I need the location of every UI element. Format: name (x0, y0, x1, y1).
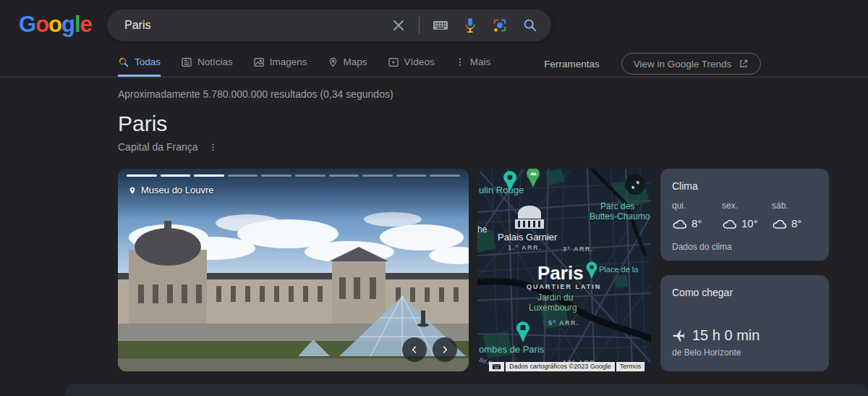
keyboard-button[interactable] (431, 18, 450, 33)
external-link-icon (739, 59, 749, 69)
videos-icon (388, 56, 399, 68)
logo-letter: G (19, 12, 35, 37)
weather-day: sex. 10° (722, 201, 772, 229)
more-options-button[interactable] (208, 142, 218, 153)
images-icon (253, 56, 265, 68)
map-terms-link[interactable]: Termos (616, 362, 645, 371)
svg-text:3º ARR.: 3º ARR. (563, 245, 594, 253)
page-subtitle: Capital da França (118, 141, 198, 153)
svg-text:QUARTIER LATIN: QUARTIER LATIN (527, 283, 601, 290)
tab-label: Maps (344, 56, 367, 67)
keyboard-icon (492, 363, 501, 370)
result-stats: Aproximadamente 5.780.000.000 resultados… (118, 88, 868, 100)
svg-text:Luxembourg: Luxembourg (529, 303, 577, 313)
voice-search-button[interactable] (461, 16, 479, 35)
svg-text:Buttes-Chaumo: Buttes-Chaumo (590, 211, 650, 222)
close-icon (391, 18, 406, 33)
svg-text:5º ARR.: 5º ARR. (548, 319, 579, 327)
photo-caption-link[interactable]: Museu do Louvre (128, 185, 213, 195)
carousel-next-button[interactable] (433, 337, 457, 362)
search-input[interactable] (124, 19, 390, 32)
svg-text:Paris: Paris (537, 262, 584, 284)
svg-text:he: he (477, 224, 488, 235)
flight-icon (672, 329, 686, 342)
carousel-progress (127, 174, 460, 177)
more-vert-icon (455, 56, 465, 68)
logo-letter: e (80, 12, 92, 37)
chevron-right-icon (440, 345, 450, 355)
svg-text:Jardin du: Jardin du (537, 292, 573, 303)
trends-label: View in Google Trends (634, 59, 732, 69)
weather-card: Clima qui. 8° sex. 10° (660, 169, 829, 261)
svg-text:1.º ARR.: 1.º ARR. (508, 244, 542, 251)
tab-mais[interactable]: Mais (455, 51, 491, 77)
directions-duration: 15 h 0 min (692, 327, 760, 344)
paris-map: ulin Rouge Parc des Buttes-Chaumo he Pal… (477, 169, 651, 371)
tab-label: Vídeos (404, 56, 435, 67)
logo-letter: l (75, 12, 80, 37)
search-icon (522, 17, 538, 33)
search-bar[interactable] (107, 9, 551, 41)
tools-button[interactable]: Ferramentas (544, 59, 600, 69)
photo-caption: Museu do Louvre (141, 185, 213, 195)
tab-label: Imagens (270, 56, 307, 67)
maps-icon (328, 56, 339, 68)
google-trends-button[interactable]: View in Google Trends (621, 53, 762, 75)
carousel-prev-button[interactable] (402, 337, 427, 362)
logo-letter: o (35, 12, 48, 37)
directions-card: Como chegar 15 h 0 min de Belo Horizonte (660, 275, 829, 371)
map-expand-button[interactable] (625, 174, 645, 195)
cloud-icon (722, 218, 738, 229)
directions-title: Como chegar (672, 287, 817, 298)
svg-text:ulin Rouge: ulin Rouge (479, 185, 524, 195)
svg-text:Palais Garnier: Palais Garnier (498, 232, 558, 243)
keyboard-icon (433, 20, 448, 31)
chevron-left-icon (409, 345, 420, 355)
next-section-edge (65, 384, 868, 396)
directions-origin: de Belo Horizonte (672, 347, 741, 358)
tab-imagens[interactable]: Imagens (253, 51, 307, 77)
clear-search-button[interactable] (390, 17, 407, 34)
svg-text:ombes de Paris: ombes de Paris (479, 344, 545, 355)
map-attribution: Dados cartográficos ©2023 Google Termos (489, 362, 651, 371)
tab-noticias[interactable]: Notícias (181, 51, 233, 77)
weather-day: sáb. 8° (772, 201, 822, 229)
map-keyboard-shortcuts[interactable] (489, 362, 504, 371)
map-card[interactable]: ulin Rouge Parc des Buttes-Chaumo he Pal… (477, 169, 651, 371)
microphone-icon (463, 17, 477, 33)
expand-icon (631, 180, 640, 190)
weather-day: qui. 8° (672, 201, 722, 229)
tab-label: Notícias (197, 56, 233, 67)
cloud-icon (772, 218, 788, 229)
tab-videos[interactable]: Vídeos (388, 51, 435, 77)
page-title: Paris (118, 111, 868, 136)
news-icon (181, 56, 192, 68)
tab-label: Todas (135, 56, 161, 67)
more-vert-icon (208, 142, 218, 153)
tab-label: Mais (470, 56, 491, 67)
results-tabs: Todas Notícias Imagens Maps Vídeos Mais … (0, 51, 868, 77)
google-lens-button[interactable] (490, 16, 509, 35)
divider (419, 17, 420, 34)
search-tab-icon (118, 56, 129, 68)
svg-text:Parc des: Parc des (600, 201, 634, 211)
logo-letter: g (61, 12, 75, 37)
lens-icon (492, 17, 508, 33)
logo-letter: o (48, 12, 61, 37)
tab-todas[interactable]: Todas (118, 51, 161, 77)
google-logo[interactable]: Google (19, 12, 92, 38)
tab-maps[interactable]: Maps (328, 51, 367, 77)
weather-data-link[interactable]: Dados do clima (672, 242, 732, 252)
svg-text:Place de la: Place de la (599, 265, 639, 274)
weather-title: Clima (672, 180, 817, 192)
search-submit-button[interactable] (521, 16, 540, 35)
cloud-icon (672, 218, 688, 229)
search-header: Google (0, 0, 868, 51)
map-copyright: Dados cartográficos ©2023 Google (506, 362, 615, 371)
photo-carousel[interactable]: Museu do Louvre (118, 169, 469, 371)
place-pin-icon (128, 185, 137, 195)
